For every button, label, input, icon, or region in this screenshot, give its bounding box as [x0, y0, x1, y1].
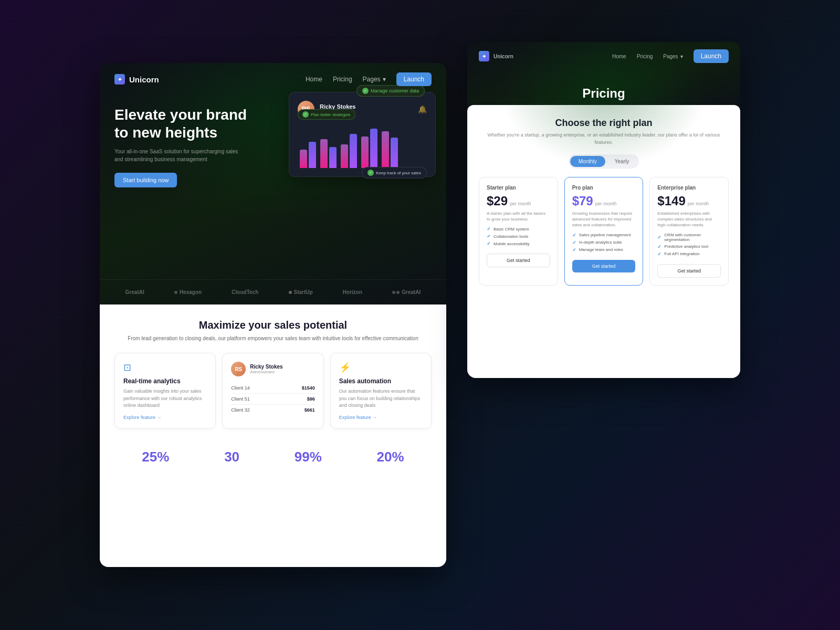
right-nav-links: Home Pricing Pages ▾ Launch: [612, 49, 729, 63]
price-amount-enterprise: $149: [657, 194, 685, 208]
stat-3: 99%: [295, 449, 322, 465]
toggle-group: Monthly Yearly: [569, 154, 639, 169]
right-panel: ✦ Unicorn Home Pricing Pages ▾ Launch Pr…: [467, 42, 740, 378]
brand-logo-greatai2: GreatAI: [392, 289, 421, 295]
plan-feature-starter-2: ✓ Collaboration tools: [487, 234, 550, 239]
feature-link-analytics[interactable]: Explore feature →: [123, 415, 207, 420]
price-period-pro: per month: [595, 201, 617, 206]
client-row-3: Client 32 $661: [231, 405, 314, 415]
plan-feature-enterprise-1: ✓ CRM with customer segmentation: [657, 233, 721, 242]
nav-links: Home Pricing Pages ▾ Launch: [306, 72, 432, 86]
stats-row: 25% 30 99% 20%: [114, 440, 432, 465]
feature-card-analytics: ⊡ Real-time analytics Gain valuable insi…: [114, 353, 216, 429]
nav-launch-button[interactable]: Launch: [396, 72, 432, 86]
pricing-section-subtitle: Whether you're a startup, a growing ente…: [479, 132, 729, 146]
hero-section: ✦ Unicorn Home Pricing Pages ▾ Launch El…: [100, 63, 446, 304]
nav-logo: ✦ Unicorn: [114, 74, 159, 85]
features-subtitle: From lead generation to closing deals, o…: [114, 334, 432, 342]
chevron-down-icon: ▾: [383, 76, 386, 83]
check-icon: ✓: [657, 235, 662, 240]
pricing-section-title: Choose the right plan: [479, 118, 729, 129]
check-icon: ✓: [572, 240, 576, 245]
pricing-card-pro: Pro plan $79 per month Growing businesse…: [564, 177, 644, 286]
plan-feature-pro-2: ✓ In-depth analytics suite: [572, 240, 636, 245]
nav-pricing[interactable]: Pricing: [333, 76, 352, 83]
analytics-icon: ⊡: [123, 362, 207, 373]
client-role: Administrator: [250, 370, 282, 374]
hero-title: Elevate your brand to new heights: [114, 106, 261, 141]
price-amount-starter: $29: [487, 194, 508, 208]
hero-content: Elevate your brand to new heights Your a…: [100, 96, 446, 198]
price-period-enterprise: per month: [688, 201, 709, 206]
plan-feature-starter-3: ✓ Mobile accessibility: [487, 241, 550, 246]
check-icon: ✓: [487, 226, 491, 232]
price-amount-pro: $79: [572, 194, 593, 208]
right-nav-launch-button[interactable]: Launch: [694, 49, 729, 63]
plan-feature-pro-1: ✓ Sales pipeline management: [572, 233, 636, 238]
features-section: Maximize your sales potential From lead …: [100, 304, 446, 567]
check-icon: ✓: [487, 241, 491, 246]
feature-link-automation[interactable]: Explore feature →: [339, 415, 423, 420]
plan-feature-enterprise-3: ✓ Full API integration: [657, 251, 721, 257]
plan-cta-enterprise[interactable]: Get started: [657, 264, 721, 278]
feature-name-automation: Sales automation: [339, 377, 423, 385]
brand-logos: GreatAI Hexagon CloudTech StartUp Horizo…: [100, 279, 446, 304]
hero-subtitle: Your all-in-one SaaS solution for superc…: [114, 148, 240, 163]
stat-value-2: 30: [224, 449, 239, 465]
brand-logo-hexagon: Hexagon: [174, 289, 202, 295]
plan-cta-pro[interactable]: Get started: [572, 260, 636, 272]
plan-feature-starter-1: ✓ Basic CRM system: [487, 226, 550, 232]
plan-price-enterprise: $149 per month: [657, 194, 721, 208]
check-icon: ✓: [572, 233, 576, 238]
plan-cta-starter[interactable]: Get started: [487, 254, 550, 267]
nav-home[interactable]: Home: [306, 76, 322, 83]
chevron-down-icon: ▾: [680, 54, 683, 59]
brand-logo-cloudtech: CloudTech: [232, 289, 258, 295]
pricing-card-enterprise: Enterprise plan $149 per month Establish…: [649, 177, 729, 286]
plan-name-enterprise: Enterprise plan: [657, 185, 721, 191]
feature-desc-analytics: Gain valuable insights into your sales p…: [123, 388, 207, 410]
client-row-1: Client 14 $1540: [231, 383, 314, 394]
plan-desc-starter: A starter plan with all the basics to gr…: [487, 211, 550, 222]
pricing-cards: Starter plan $29 per month A starter pla…: [479, 177, 729, 286]
check-icon: ✓: [572, 247, 576, 253]
features-cards: ⊡ Real-time analytics Gain valuable insi…: [114, 353, 432, 429]
feature-card-clients: RS Ricky Stokes Administrator Client 14 …: [222, 353, 323, 429]
logo-icon: ✦: [114, 74, 125, 85]
hero-cta-button[interactable]: Start building now: [114, 173, 177, 187]
plan-feature-pro-3: ✓ Manage team and roles: [572, 247, 636, 253]
stat-2: 30: [224, 449, 239, 465]
feature-desc-automation: Our automation features ensure that you …: [339, 388, 423, 410]
price-period-starter: per month: [510, 201, 531, 206]
brand-logo-greatai: GreatAI: [125, 289, 144, 295]
stat-1: 25%: [142, 449, 169, 465]
toggle-monthly[interactable]: Monthly: [570, 156, 605, 167]
pricing-hero-title: Pricing: [467, 70, 740, 111]
plan-price-pro: $79 per month: [572, 194, 636, 208]
right-nav-pages[interactable]: Pages ▾: [663, 54, 682, 59]
right-nav-pricing[interactable]: Pricing: [637, 54, 653, 59]
right-logo-icon: ✦: [479, 51, 489, 61]
client-row-2: Client 51 $96: [231, 394, 314, 405]
stat-value-1: 25%: [142, 449, 169, 465]
pricing-header: Choose the right plan Whether you're a s…: [479, 118, 729, 146]
check-icon: ✓: [487, 234, 491, 239]
pricing-section: Choose the right plan Whether you're a s…: [467, 105, 740, 378]
toggle-yearly[interactable]: Yearly: [606, 156, 637, 167]
plan-price-starter: $29 per month: [487, 194, 550, 208]
check-icon: ✓: [657, 251, 662, 257]
billing-toggle: Monthly Yearly: [479, 154, 729, 169]
nav-pages[interactable]: Pages ▾: [363, 76, 386, 83]
plan-name-starter: Starter plan: [487, 185, 550, 191]
right-nav-home[interactable]: Home: [612, 54, 626, 59]
right-nav-logo: ✦ Unicorn: [479, 51, 513, 61]
client-avatar: RS: [231, 362, 246, 376]
stat-value-4: 20%: [377, 449, 404, 465]
check-icon: ✓: [657, 244, 662, 249]
pricing-card-starter: Starter plan $29 per month A starter pla…: [479, 177, 558, 286]
client-user-info: Ricky Stokes Administrator: [250, 364, 282, 374]
left-panel: ✦ Unicorn Home Pricing Pages ▾ Launch El…: [100, 63, 446, 567]
plan-desc-enterprise: Established enterprises with complex sal…: [657, 211, 721, 228]
client-user-row: RS Ricky Stokes Administrator: [231, 362, 314, 376]
stat-4: 20%: [377, 449, 404, 465]
